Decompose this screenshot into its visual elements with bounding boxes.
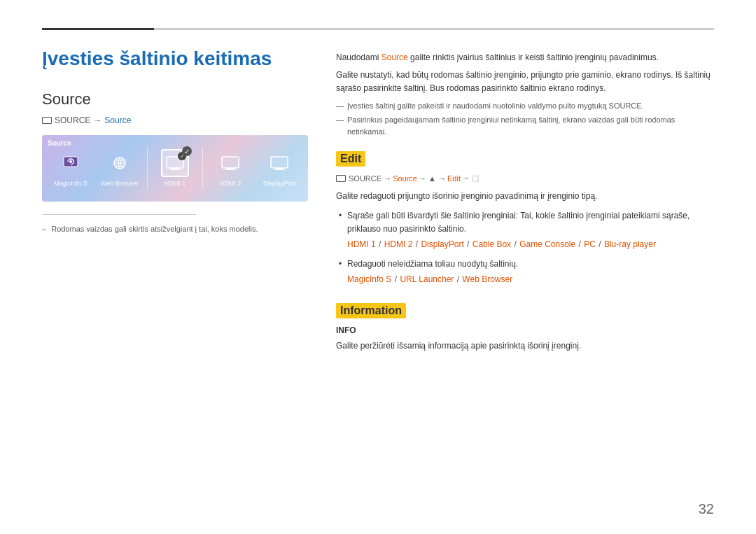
svg-point-1: [69, 160, 72, 163]
magicinfo-label: MagicInfo S: [54, 180, 88, 187]
link-hdmi1[interactable]: HDMI 1: [347, 239, 376, 249]
note-wrong-source: Pasirinkus pageidaujamam šaltinio įrengi…: [336, 114, 714, 137]
svg-rect-6: [222, 157, 239, 168]
source-breadcrumb-link[interactable]: Source: [104, 115, 131, 125]
hdmi2-icon-wrap: [216, 149, 244, 177]
arrow-icon: →: [93, 115, 102, 125]
info-description: Galite peržiūrėti išsamią informaciją ap…: [336, 339, 714, 352]
hdmi1-icon-wrap: ✓: [161, 149, 189, 177]
edit-bullet-list: Sąraše gali būti išvardyti šie šaltinio …: [336, 209, 714, 286]
note-remote: Įvesties šaltinį galite pakeisti ir naud…: [336, 100, 714, 112]
displayport-label: DisplayPort: [263, 180, 295, 187]
divider-light: [154, 28, 714, 30]
source-items-row: MagicInfo S: [42, 147, 308, 189]
intro-text-1: Naudodami Source galite rinktis įvairius…: [336, 51, 714, 64]
source-item-webbrowser[interactable]: Web Browser: [98, 149, 141, 187]
source-breadcrumb-label: SOURCE: [55, 115, 90, 125]
bullet-item-2: Redaguoti neleidžiama toliau nuodytų šal…: [347, 258, 714, 286]
edit-links-2: MagicInfo S / URL Launcher / Web Browser: [347, 273, 714, 286]
svg-rect-7: [227, 168, 234, 169]
link-hdmi2[interactable]: HDMI 2: [384, 239, 413, 249]
page-title: Įvesties šaltinio keitimas: [42, 47, 308, 71]
link-urllauncher[interactable]: URL Launcher: [400, 274, 454, 284]
edit-intro-text: Galite redaguoti prijungto išorinio įren…: [336, 190, 714, 202]
divider-dark: [42, 28, 154, 30]
source-item-displayport[interactable]: DisplayPort: [258, 149, 301, 187]
edit-source-icon: [336, 175, 346, 182]
intro-text-2: Galite nustatyti, kad būtų rodomas šalti…: [336, 69, 714, 95]
left-section-divider: [42, 214, 196, 215]
edit-section-heading: Edit: [336, 151, 365, 167]
link-pc[interactable]: PC: [584, 239, 596, 249]
hdmi2-label: HDMI 2: [220, 180, 241, 187]
top-dividers: [42, 28, 714, 30]
hdmi1-label: HDMI 1: [164, 180, 186, 187]
separator-line-2: [202, 147, 203, 189]
displayport-icon-wrap: [265, 149, 293, 177]
displayport-tv-icon: [270, 156, 288, 170]
page-number: 32: [699, 501, 714, 517]
webbrowser-icon-wrap: [106, 149, 134, 177]
source-breadcrumb: SOURCE → Source: [42, 115, 308, 125]
webbrowser-label: Web Browser: [101, 180, 139, 187]
source-button-icon: [42, 117, 52, 124]
left-column: Įvesties šaltinio keitimas Source SOURCE…: [42, 47, 308, 506]
svg-rect-8: [225, 169, 236, 170]
edit-links-1: HDMI 1 / HDMI 2 / DisplayPort / Cable Bo…: [347, 238, 714, 251]
link-cablebox[interactable]: Cable Box: [472, 239, 511, 249]
svg-rect-4: [172, 168, 178, 169]
separator-line-1: [147, 147, 148, 189]
info-breadcrumb: INFO: [336, 325, 714, 335]
source-item-hdmi2[interactable]: HDMI 2: [209, 149, 252, 187]
link-displayport[interactable]: DisplayPort: [421, 239, 463, 249]
section-title-source: Source: [42, 90, 308, 108]
bullet-item-1: Sąraše gali būti išvardyti šie šaltinio …: [347, 209, 714, 252]
svg-rect-9: [271, 157, 288, 168]
link-webbrowser[interactable]: Web Browser: [462, 274, 512, 284]
svg-rect-10: [276, 168, 283, 169]
source-link-1[interactable]: Source: [382, 52, 408, 62]
webbrowser-icon: [111, 155, 128, 171]
left-note: – Rodomas vaizdas gali skirtis atsižvelg…: [42, 223, 308, 235]
information-section-heading: Information: [336, 303, 406, 318]
magicinfo-icon-wrap: [57, 149, 85, 177]
source-item-magicinfo[interactable]: MagicInfo S: [49, 149, 92, 187]
right-column: Naudodami Source galite rinktis įvairius…: [336, 47, 714, 506]
source-item-hdmi1[interactable]: ✓ HDMI 1: [153, 149, 197, 187]
svg-rect-11: [274, 169, 285, 170]
link-magicinfos[interactable]: MagicInfo S: [347, 274, 391, 284]
source-panel: Source MagicInfo S: [42, 135, 308, 202]
source-panel-label: Source: [48, 139, 71, 147]
edit-breadcrumb: SOURCE → Source → ▲ → Edit → ⬚: [336, 174, 714, 183]
magicinfo-icon: [62, 155, 79, 171]
hdmi2-tv-icon: [221, 156, 239, 170]
svg-rect-5: [169, 169, 181, 170]
check-overlay: ✓: [178, 152, 186, 160]
link-bluray[interactable]: Blu-ray player: [604, 239, 656, 249]
link-gameconsole[interactable]: Game Console: [519, 239, 575, 249]
